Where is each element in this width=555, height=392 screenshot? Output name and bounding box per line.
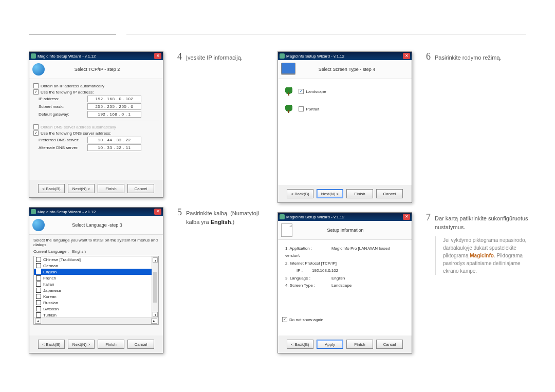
panel-title: Select TCP/IP - step 2: [50, 67, 160, 72]
next-button[interactable]: Next(N) >: [68, 340, 95, 349]
gw-input[interactable]: 192 . 168 . 0 . 1: [87, 111, 141, 118]
back-button[interactable]: < Back(B): [287, 340, 313, 349]
wizard-language: MagicInfo Setup Wizard - v.1.12 ✕ Select…: [29, 207, 163, 353]
portrait-label: Portrait: [306, 107, 319, 111]
close-icon[interactable]: ✕: [403, 53, 410, 59]
wizard-screen-type: MagicInfo Setup Wizard - v.1.12 ✕ Select…: [278, 51, 412, 203]
checkbox-landscape[interactable]: [299, 89, 304, 94]
app-key: 1. Application :: [285, 245, 331, 252]
language-option[interactable]: English: [34, 269, 158, 275]
language-option[interactable]: German: [34, 263, 158, 269]
close-icon[interactable]: ✕: [154, 209, 161, 215]
lang-value: English: [331, 276, 345, 281]
scroll-down-icon[interactable]: ▾: [153, 312, 158, 317]
step-number-5: 5: [168, 207, 182, 353]
pref-dns-input[interactable]: 10 . 44 . 33 . 22: [87, 137, 141, 143]
checkbox-portrait[interactable]: [299, 106, 304, 111]
app-icon: [31, 209, 36, 214]
top-divider-short: [29, 34, 116, 34]
cancel-button[interactable]: Cancel: [376, 189, 403, 198]
titlebar-text: MagicInfo Setup Wizard - v.1.12: [38, 54, 96, 59]
scroll-left-icon[interactable]: ◂: [35, 319, 41, 324]
next-button[interactable]: Next(N) >: [317, 189, 343, 198]
titlebar-text: MagicInfo Setup Wizard - v.1.12: [286, 215, 344, 219]
language-label: Swedish: [43, 307, 59, 311]
finish-button[interactable]: Finish: [346, 340, 373, 349]
app-icon: [280, 53, 285, 59]
gw-label: Default gateway:: [39, 112, 87, 117]
current-lang-label: Current Language :: [33, 249, 69, 254]
checkbox-icon: [36, 282, 41, 287]
ip-key: 2. Internet Protocol [TCP/IP]: [285, 261, 337, 266]
pref-dns-label: Preferred DNS server:: [39, 138, 87, 142]
step-5-entry: MagicInfo Setup Wizard - v.1.12 ✕ Select…: [29, 207, 269, 353]
wizard-tcpip: MagicInfo Setup Wizard - v.1.12 ✕ Select…: [29, 51, 163, 198]
lang-key: 3. Language :: [285, 275, 331, 282]
checkbox-icon: [36, 288, 41, 293]
panel-body: Select the language you want to install …: [29, 235, 163, 335]
language-option[interactable]: French: [34, 275, 158, 281]
wizard-setup-info: MagicInfo Setup Wizard - v.1.12 ✕ Setup …: [278, 212, 412, 353]
right-column: MagicInfo Setup Wizard - v.1.12 ✕ Select…: [278, 51, 534, 363]
scroll-up-icon[interactable]: ▴: [153, 257, 158, 263]
language-label: Chinese [Traditional]: [43, 257, 81, 262]
scrollbar-vertical[interactable]: ▴▾: [152, 256, 158, 318]
apply-button[interactable]: Apply: [317, 340, 343, 349]
language-option[interactable]: Russian: [34, 300, 158, 306]
back-button[interactable]: < Back(B): [38, 184, 65, 193]
language-option[interactable]: Portuguese: [34, 324, 158, 325]
mask-input[interactable]: 255 . 255 . 255 . 0: [87, 103, 141, 110]
finish-button[interactable]: Finish: [346, 189, 373, 198]
close-icon[interactable]: ✕: [403, 214, 410, 220]
language-option[interactable]: Chinese [Traditional]: [34, 256, 158, 263]
scr-value: Landscape: [331, 283, 351, 288]
checkbox-icon: [36, 263, 41, 268]
ip-input[interactable]: 192 . 168 . 0 . 102: [87, 96, 141, 102]
monitor-icon: [281, 63, 295, 74]
dont-show-label: Do not show again: [289, 318, 323, 322]
globe-icon: [32, 219, 45, 231]
checkbox-icon: [36, 269, 41, 274]
cancel-button[interactable]: Cancel: [127, 340, 154, 349]
app-icon: [31, 53, 36, 59]
step-text-4: Įveskite IP informaciją.: [186, 51, 243, 198]
cancel-button[interactable]: Cancel: [376, 340, 403, 349]
cancel-button[interactable]: Cancel: [127, 184, 154, 193]
alt-dns-input[interactable]: 10 . 33 . 22 . 11: [87, 144, 141, 151]
language-listbox[interactable]: Chinese [Traditional]GermanEnglishFrench…: [33, 256, 159, 325]
back-button[interactable]: < Back(B): [38, 340, 65, 349]
checkbox-dont-show[interactable]: [282, 317, 287, 322]
checkbox-use-dns[interactable]: [33, 130, 39, 136]
finish-button[interactable]: Finish: [98, 184, 124, 193]
app-icon: [280, 214, 285, 219]
step-number-6: 6: [416, 51, 431, 203]
alt-dns-label: Alternate DNS server:: [39, 145, 87, 150]
step-number-7: 7: [416, 212, 431, 353]
language-option[interactable]: Italian: [34, 281, 158, 287]
globe-icon: [32, 63, 45, 76]
step-text-7: Dar kartą patikrinkite sukonfigūruotus n…: [435, 212, 534, 231]
wizard-titlebar: MagicInfo Setup Wizard - v.1.12 ✕: [29, 52, 163, 60]
scroll-thumb[interactable]: [153, 272, 157, 303]
panel-title: Select Language -step 3: [50, 222, 160, 228]
language-option[interactable]: Swedish: [34, 306, 158, 312]
checkbox-icon: [36, 312, 41, 318]
language-option[interactable]: Korean: [34, 293, 158, 300]
close-icon[interactable]: ✕: [154, 53, 161, 59]
ip-label: IP address:: [39, 97, 87, 101]
current-lang-value: English: [72, 249, 86, 254]
back-button[interactable]: < Back(B): [287, 189, 313, 198]
language-option[interactable]: Japanese: [34, 287, 158, 293]
tree-icon: [285, 87, 292, 96]
checkbox-auto-ip[interactable]: [33, 83, 39, 88]
scroll-right-icon[interactable]: ▸: [151, 319, 157, 324]
checkbox-icon: [36, 294, 41, 299]
checkbox-use-ip[interactable]: [33, 89, 39, 95]
instruction-text: Select the language you want to install …: [33, 238, 159, 247]
scrollbar-horizontal[interactable]: ◂▸: [34, 318, 158, 324]
next-button[interactable]: Next(N) >: [68, 184, 95, 193]
auto-dns-label: Obtain DNS server address automatically: [41, 125, 116, 129]
finish-button[interactable]: Finish: [98, 340, 124, 349]
use-dns-label: Use the following DNS server address:: [41, 131, 111, 136]
step-text-5: Pasirinkite kalbą. (Numatytoji kalba yra…: [186, 207, 269, 353]
